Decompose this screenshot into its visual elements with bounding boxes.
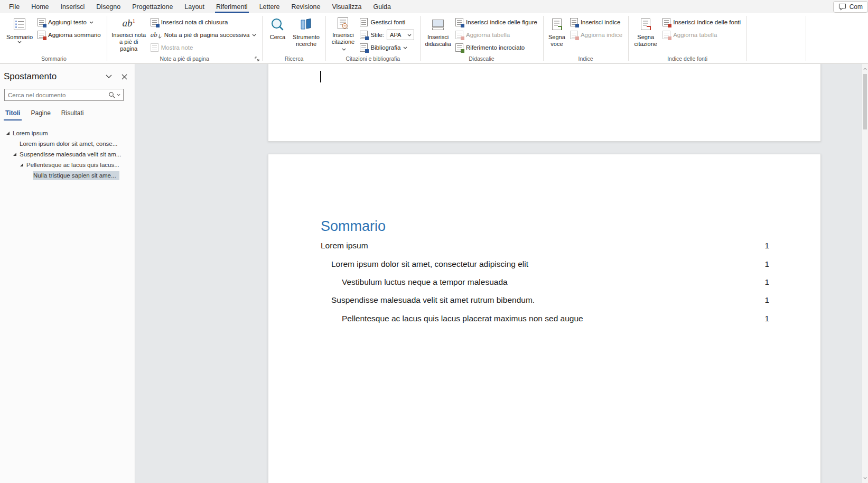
segna-voce-button[interactable]: Segna voce	[546, 13, 567, 53]
strumento-ricerche-button[interactable]: Strumento ricerche	[290, 13, 322, 53]
ribbon-tab[interactable]: Disegno	[90, 0, 126, 13]
toc-entry[interactable]: Pellentesque ac lacus quis lacus placera…	[268, 310, 820, 328]
chevron-down-icon	[403, 47, 407, 49]
scroll-down-icon[interactable]	[862, 474, 868, 482]
document-area[interactable]: Sommario Lorem ipsum 1 Lorem ipsum dolor…	[135, 64, 868, 483]
ribbon-tab[interactable]: Revisione	[286, 0, 326, 13]
search-options-chevron-icon[interactable]	[117, 94, 120, 96]
nav-tab-label: Pagine	[31, 109, 50, 117]
endnote-icon	[151, 18, 158, 26]
inserisci-nota-button[interactable]: ab1 Inserisci nota a piè di pagina	[110, 13, 148, 53]
ribbon-tab[interactable]: Lettere	[254, 0, 286, 13]
ribbon-group-fonti: Segna citazione Inserisci indice delle f…	[628, 13, 746, 63]
inserisci-citazione-button[interactable]: Inserisci citazione	[329, 13, 357, 53]
update-toc-icon	[38, 31, 45, 39]
button-label: Aggiorna tabella	[673, 32, 717, 38]
nav-tree-item[interactable]: Suspendisse malesuada velit sit am...	[0, 149, 135, 160]
ribbon-tab[interactable]: Home	[25, 0, 54, 13]
button-label: Segna voce	[548, 34, 566, 48]
nav-tree-item[interactable]: Lorem ipsum dolor sit amet, conse...	[0, 138, 135, 149]
button-label: Inserisci indice	[581, 19, 620, 25]
document-page-2[interactable]: Sommario Lorem ipsum 1 Lorem ipsum dolor…	[268, 154, 821, 483]
segna-citazione-button[interactable]: Segna citazione	[631, 13, 660, 53]
tree-item-label: Lorem ipsum	[12, 129, 51, 138]
nav-headings-tree: Lorem ipsum Lorem ipsum dolor sit amet, …	[0, 128, 135, 483]
citation-icon	[336, 16, 350, 30]
nav-tree-item[interactable]: Lorem ipsum	[0, 128, 135, 138]
nav-tab[interactable]: Pagine	[25, 107, 55, 120]
nota-chiusura-button[interactable]: Inserisci nota di chiusura	[148, 16, 259, 29]
search-input[interactable]	[5, 92, 107, 98]
close-icon[interactable]	[122, 74, 127, 80]
stile-row: Stile: APA	[357, 29, 417, 41]
group-label-citazioni: Citazioni e bibliografia	[346, 55, 400, 62]
ribbon-tab-bar: File Home Inserisci Disegno Progettazion…	[0, 0, 868, 13]
ribbon-tab[interactable]: File	[3, 0, 25, 13]
nav-tab[interactable]: Titoli	[0, 107, 25, 120]
bibliografia-button[interactable]: Bibliografia	[357, 41, 417, 54]
comments-button[interactable]: Com	[833, 1, 868, 13]
ribbon-tab[interactable]: Guida	[368, 0, 397, 13]
inserisci-indice-button[interactable]: Inserisci indice	[567, 16, 625, 29]
toc-entry-label: Suspendisse malesuada velit sit amet rut…	[331, 295, 535, 305]
sommario-button[interactable]: Sommario	[4, 13, 35, 53]
indice-figure-button[interactable]: Inserisci indice delle figure	[453, 16, 540, 29]
button-label: Sommario	[6, 34, 33, 41]
riferimento-incrociato-button[interactable]: Riferimento incrociato	[453, 41, 540, 54]
button-label: Inserisci didascalia	[425, 34, 451, 48]
table-of-authorities-icon	[662, 18, 670, 26]
tree-expand-icon[interactable]	[4, 129, 12, 137]
toc-entry[interactable]: Lorem ipsum dolor sit amet, consectetur …	[268, 255, 820, 273]
ribbon: Sommario Aggiungi testo Aggiorna sommari…	[0, 13, 868, 64]
cerca-button[interactable]: Cerca	[265, 13, 290, 53]
ribbon-tab-label: Progettazione	[132, 3, 173, 11]
button-label: Inserisci indice delle fonti	[673, 19, 741, 25]
nav-tree-item[interactable]: Pellentesque ac lacus quis lacus...	[0, 160, 135, 170]
group-label-ricerca: Ricerca	[285, 55, 304, 62]
ribbon-tab[interactable]: Riferimenti	[210, 0, 254, 13]
button-label: Cerca	[270, 34, 285, 41]
button-label: Bibliografia	[370, 44, 400, 51]
button-label: Inserisci nota di chiusura	[161, 19, 228, 25]
toc-entry-page-number: 1	[764, 277, 769, 287]
ribbon-tab-label: Layout	[184, 3, 204, 11]
navigation-pane: Spostamento Titoli Pagine Risultati	[0, 64, 135, 483]
ribbon-tab[interactable]: Inserisci	[55, 0, 91, 13]
pane-options-chevron-icon[interactable]	[106, 75, 112, 79]
insert-index-icon	[570, 18, 578, 26]
toc-entry[interactable]: Suspendisse malesuada velit sit amet rut…	[268, 291, 820, 309]
toc-entry-label: Vestibulum luctus neque a tempor malesua…	[342, 277, 508, 287]
vertical-scrollbar[interactable]	[862, 64, 868, 483]
stile-combobox[interactable]: APA	[387, 30, 414, 40]
ribbon-group-sommario: Sommario Aggiungi testo Aggiorna sommari…	[1, 13, 107, 63]
inserisci-indice-fonti-button[interactable]: Inserisci indice delle fonti	[660, 16, 743, 29]
aggiungi-testo-button[interactable]: Aggiungi testo	[35, 16, 104, 29]
ribbon-tab[interactable]: Visualizza	[326, 0, 367, 13]
search-icon	[270, 16, 284, 32]
tree-expand-icon[interactable]	[17, 161, 26, 169]
toc-entry[interactable]: Vestibulum luctus neque a tempor malesua…	[268, 273, 820, 291]
inserisci-didascalia-button[interactable]: Inserisci didascalia	[423, 13, 453, 53]
toc-heading: Sommario	[321, 218, 820, 235]
button-label: Inserisci nota a piè di pagina	[111, 32, 146, 52]
tree-expand-icon[interactable]	[11, 150, 19, 159]
aggiorna-sommario-button[interactable]: Aggiorna sommario	[35, 29, 104, 41]
scrollbar-thumb[interactable]	[863, 74, 867, 129]
button-label: Inserisci citazione	[330, 32, 356, 52]
document-page-1[interactable]	[268, 64, 821, 142]
comments-button-label: Com	[850, 3, 863, 11]
dialog-launcher-icon[interactable]	[253, 55, 261, 63]
ribbon-group-didascalie: Inserisci didascalia Inserisci indice de…	[420, 13, 543, 63]
scroll-up-icon[interactable]	[862, 65, 868, 73]
nav-tree-item[interactable]: Nulla tristique sapien sit ame...	[0, 170, 135, 181]
gestisci-fonti-button[interactable]: Gestisci fonti	[357, 16, 417, 29]
ribbon-tab[interactable]: Progettazione	[126, 0, 179, 13]
search-icon[interactable]	[108, 91, 115, 98]
nav-tab[interactable]: Risultati	[56, 107, 89, 120]
chevron-down-icon	[89, 21, 94, 24]
toc-entry[interactable]: Lorem ipsum 1	[268, 237, 820, 255]
toc-entry-label: Pellentesque ac lacus quis lacus placera…	[342, 314, 583, 323]
ribbon-tab[interactable]: Layout	[179, 0, 210, 13]
nota-successiva-button[interactable]: ab Nota a piè di pagina successiva	[148, 29, 259, 41]
stile-value: APA	[390, 32, 401, 38]
